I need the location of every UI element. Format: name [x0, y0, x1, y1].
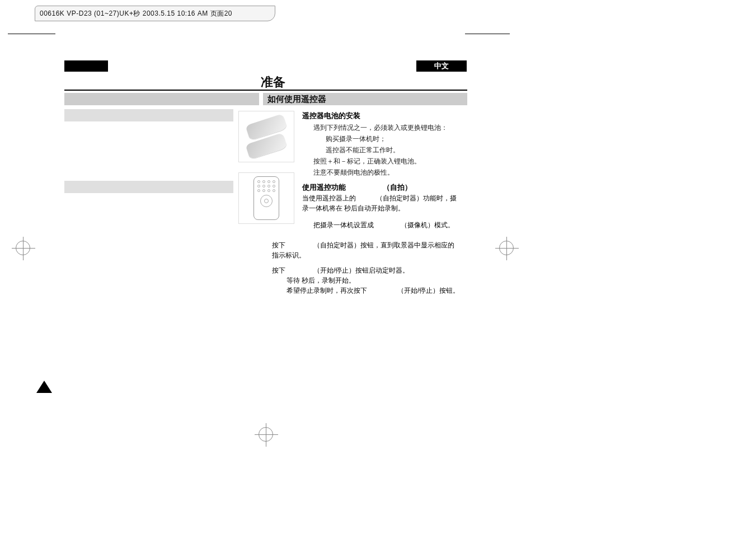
- left-col-heading-bg-2: [64, 181, 233, 193]
- section-rule: [64, 90, 467, 91]
- battery-line1: 遇到下列情况之一，必须装入或更换锂电池：: [313, 122, 476, 133]
- crop-mark-top-right: [465, 34, 510, 34]
- step3-c: 等待 秒后，录制开始。: [287, 276, 355, 285]
- battery-install-illustration: [238, 111, 294, 162]
- remote-step1a: 把摄录一体机设置成: [313, 221, 374, 230]
- remote-heading-main: 使用遥控功能: [302, 183, 346, 191]
- left-col-heading-bg-1: [64, 109, 233, 121]
- step3-d1: 希望停止录制时，再次按下: [287, 286, 367, 296]
- left-language-placeholder: [64, 60, 108, 72]
- remote-line2: 录一体机将在 秒后自动开始录制。: [302, 204, 405, 213]
- battery-bullet1: 购买摄录一体机时；: [313, 133, 476, 144]
- battery-line2: 按照＋和－标记，正确装入锂电池。: [313, 156, 476, 167]
- subsection-bar: [64, 93, 467, 105]
- step2-c: 指示标识。: [272, 251, 306, 260]
- step3-d2: （开始/停止）按钮。: [397, 286, 459, 296]
- remote-heading-selfie: （自拍）: [383, 182, 412, 193]
- registration-mark-bottom: [259, 427, 273, 442]
- step2-b: （自拍定时器）按钮，直到取景器中显示相应的: [313, 241, 454, 250]
- page-marker-triangle: [36, 381, 52, 393]
- remote-heading: 使用遥控功能 （自拍）: [302, 182, 459, 193]
- step3-a: 按下: [272, 266, 285, 275]
- registration-mark-left: [16, 241, 30, 255]
- battery-bullet2: 遥控器不能正常工作时。: [313, 144, 476, 156]
- registration-mark-right: [499, 241, 514, 255]
- crop-mark-top-left: [8, 34, 55, 34]
- remote-line1b: （自拍定时器）功能时，摄: [376, 194, 457, 203]
- remote-line1a: 当使用遥控器上的: [302, 194, 356, 203]
- battery-body: 遇到下列情况之一，必须装入或更换锂电池： 购买摄录一体机时； 遥控器不能正常工作…: [313, 122, 476, 178]
- step3-b: （开始/停止）按钮启动定时器。: [313, 266, 409, 275]
- step2-a: 按下: [272, 241, 285, 250]
- subsection-gap: [259, 93, 263, 105]
- remote-control-illustration: [238, 172, 294, 224]
- section-title: 准备: [261, 74, 285, 91]
- battery-heading: 遥控器电池的安装: [302, 111, 360, 121]
- print-job-header: 00616K VP-D23 (01~27)UK+秒 2003.5.15 10:1…: [35, 6, 275, 21]
- remote-step1b: （摄像机）模式。: [401, 221, 454, 230]
- subsection-title: 如何使用遥控器: [267, 94, 326, 105]
- battery-line3: 注意不要颠倒电池的极性。: [313, 167, 476, 178]
- language-tag: 中文: [416, 60, 467, 72]
